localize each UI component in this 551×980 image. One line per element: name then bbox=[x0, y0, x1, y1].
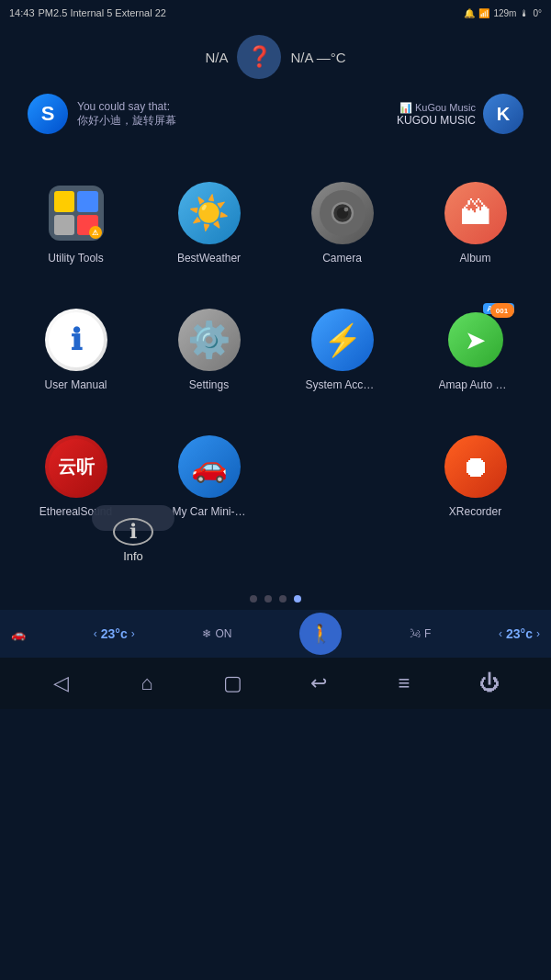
music-section: 📊 KuGou Music KUGOU MUSIC K bbox=[397, 94, 523, 134]
status-left: 14:43 PM2.5 Internal 5 External 22 bbox=[9, 7, 166, 18]
page-dot-1[interactable] bbox=[250, 595, 257, 603]
heat-icon: 🌬 bbox=[410, 627, 421, 640]
app-grid-row2: ℹ User Manual ⚙️ Settings ⚡ System Accel… bbox=[0, 287, 551, 413]
degree-val: 0° bbox=[533, 8, 542, 18]
app-label-settings: Settings bbox=[189, 378, 229, 391]
voice-icon: S bbox=[28, 94, 68, 134]
info-popup: ℹ Info bbox=[92, 505, 174, 531]
bottom-controls: 🚗 ‹ 23°c › ❄ ON 🚶 🌬 F ‹ 23°c › bbox=[0, 610, 551, 658]
ctrl-heat[interactable]: 🌬 F bbox=[410, 627, 431, 640]
app-icon-xrecorder: ⏺ bbox=[444, 435, 507, 498]
app-icon-user-manual: ℹ bbox=[45, 309, 107, 371]
music-icon[interactable]: K bbox=[483, 94, 523, 134]
recent-icon: ▢ bbox=[223, 671, 242, 695]
nav-recent-btn[interactable]: ▢ bbox=[212, 663, 253, 704]
nav-bar: ◁ ⌂ ▢ ↩ ≡ ⏻ bbox=[0, 658, 551, 709]
page-dot-2[interactable] bbox=[264, 595, 272, 603]
music-letter: K bbox=[497, 104, 510, 125]
utility-cell-2 bbox=[77, 191, 98, 212]
app-label-utility-tools: Utility Tools bbox=[48, 252, 103, 265]
right-right-chevron: › bbox=[536, 627, 540, 640]
app-item-my-car[interactable]: 🚗 My Car Mini-App ℹ Info bbox=[142, 422, 276, 531]
app-icon-best-weather: ☀️ bbox=[178, 182, 241, 244]
voice-text: You could say that: 你好小迪，旋转屏幕 bbox=[77, 100, 176, 129]
back-icon: ◁ bbox=[53, 671, 69, 695]
app-icon-ethereal-sound: 云听 bbox=[45, 435, 107, 498]
app-icon-album: 🏔 bbox=[444, 182, 507, 244]
app-item-amap[interactable]: ➤ AUTO 001 Amap Auto Custom bbox=[409, 296, 542, 404]
left-temp-val: 23°c bbox=[101, 626, 128, 641]
weather-right: N/A —°C bbox=[290, 50, 345, 65]
right-temp-val: 23°c bbox=[506, 626, 533, 641]
info-bar: S You could say that: 你好小迪，旋转屏幕 📊 KuGou … bbox=[9, 86, 542, 141]
voice-letter: S bbox=[41, 102, 55, 126]
voice-prompt: You could say that: bbox=[77, 100, 176, 113]
right-left-chevron: ‹ bbox=[499, 627, 502, 640]
ctrl-left-temp[interactable]: ‹ 23°c › bbox=[94, 626, 135, 641]
app-icon-my-car: 🚗 bbox=[178, 435, 241, 498]
info-popup-icon: ℹ bbox=[113, 518, 153, 546]
fan-label: ON bbox=[215, 627, 231, 640]
app-item-user-manual[interactable]: ℹ User Manual bbox=[9, 296, 142, 404]
nav-back-btn[interactable]: ◁ bbox=[41, 663, 82, 704]
music-info: 📊 KuGou Music KUGOU MUSIC bbox=[397, 102, 476, 127]
app-grid-row1: ⚠ Utility Tools ☀️ BestWeather Camera 🏔 bbox=[0, 160, 551, 287]
app-grid-row3: 云听 EtherealSound 🚗 My Car Mini-App ℹ Inf… bbox=[0, 413, 551, 540]
app-item-camera[interactable]: Camera bbox=[276, 169, 409, 277]
app-item-utility-tools[interactable]: ⚠ Utility Tools bbox=[9, 169, 142, 277]
nav-menu-btn[interactable]: ≡ bbox=[384, 663, 424, 704]
weather-left: N/A bbox=[205, 50, 228, 65]
status-time: 14:43 bbox=[9, 7, 35, 18]
status-right: 🔔 📶 129m 🌡 0° bbox=[464, 8, 542, 18]
left-chevron: ‹ bbox=[94, 627, 97, 640]
utility-cell-1 bbox=[54, 191, 75, 212]
car-icon: 🚗 bbox=[11, 627, 26, 641]
app-label-amap: Amap Auto Custom bbox=[439, 378, 512, 391]
music-app-name: KuGou Music bbox=[415, 102, 476, 113]
nav-power-btn[interactable]: ⏻ bbox=[469, 663, 510, 704]
notification-icon: 🔔 bbox=[464, 8, 475, 18]
app-item-xrecorder[interactable]: ⏺ XRecorder bbox=[409, 422, 542, 531]
page-dot-3[interactable] bbox=[279, 595, 287, 603]
weather-icon: ❓ bbox=[237, 35, 281, 79]
app-label-my-car: My Car Mini-App bbox=[173, 505, 246, 518]
wifi-icon: 📶 bbox=[478, 8, 489, 18]
person-icon: 🚶 bbox=[309, 623, 332, 645]
app-item-album[interactable]: 🏔 Album bbox=[409, 169, 542, 277]
ctrl-center-btn[interactable]: 🚶 bbox=[299, 613, 342, 655]
menu-icon: ≡ bbox=[399, 671, 410, 695]
ctrl-right-temp[interactable]: ‹ 23°c › bbox=[499, 626, 540, 641]
utility-inner: ⚠ bbox=[49, 186, 104, 241]
weather-question: ❓ bbox=[247, 45, 272, 69]
fan-icon: ❄ bbox=[202, 627, 211, 640]
voice-section: S You could say that: 你好小迪，旋转屏幕 bbox=[28, 94, 176, 134]
utility-badge: ⚠ bbox=[89, 226, 102, 239]
nav-share-btn[interactable]: ↩ bbox=[298, 663, 339, 704]
ctrl-fan[interactable]: ❄ ON bbox=[202, 627, 231, 640]
ctrl-car-btn[interactable]: 🚗 bbox=[11, 627, 26, 641]
heat-label: F bbox=[424, 627, 431, 640]
nav-home-btn[interactable]: ⌂ bbox=[127, 663, 167, 704]
app-icon-utility-tools: ⚠ bbox=[45, 182, 107, 244]
status-media: PM2.5 Internal 5 External 22 bbox=[39, 7, 166, 18]
app-item-empty bbox=[276, 422, 409, 531]
app-item-best-weather[interactable]: ☀️ BestWeather bbox=[142, 169, 276, 277]
page-dots bbox=[0, 595, 551, 603]
voice-command: 你好小迪，旋转屏幕 bbox=[77, 113, 176, 129]
camera-svg bbox=[320, 190, 365, 236]
page-dot-4[interactable] bbox=[294, 595, 301, 603]
share-icon: ↩ bbox=[310, 671, 327, 695]
info-icon: ℹ bbox=[129, 520, 137, 544]
status-bar: 14:43 PM2.5 Internal 5 External 22 🔔 📶 1… bbox=[0, 0, 551, 26]
app-label-xrecorder: XRecorder bbox=[449, 505, 501, 518]
app-label-album: Album bbox=[459, 252, 490, 265]
app-icon-settings: ⚙️ bbox=[178, 309, 241, 371]
app-item-system-accel[interactable]: ⚡ System Accelerati... bbox=[276, 296, 409, 404]
home-icon: ⌂ bbox=[141, 671, 152, 695]
app-icon-amap: ➤ AUTO 001 bbox=[444, 309, 507, 371]
amap-badge: 001 bbox=[490, 303, 514, 318]
right-chevron: › bbox=[131, 627, 135, 640]
info-popup-label: Info bbox=[123, 549, 143, 563]
app-item-settings[interactable]: ⚙️ Settings bbox=[142, 296, 276, 404]
app-label-camera: Camera bbox=[322, 252, 362, 265]
